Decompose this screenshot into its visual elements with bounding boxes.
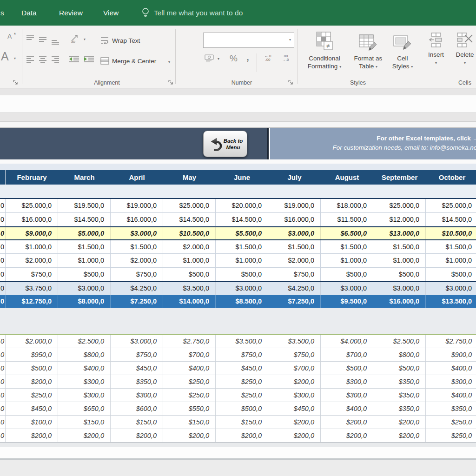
- cell-april[interactable]: $150,0: [111, 416, 163, 429]
- cell-january-partial[interactable]: 0: [0, 348, 6, 361]
- cell-may[interactable]: $1.000,0: [163, 254, 216, 267]
- cell-february[interactable]: $200,0: [6, 429, 58, 442]
- cell-march[interactable]: $200,0: [58, 429, 111, 442]
- cell-april[interactable]: $200,0: [111, 429, 163, 442]
- cell-may[interactable]: $2.750,0: [163, 335, 216, 348]
- cell-august[interactable]: $500,0: [321, 362, 373, 375]
- decrease-decimal-button[interactable]: .00→.0: [279, 54, 292, 62]
- cell-july[interactable]: $7.250,0: [268, 295, 321, 308]
- cell-march[interactable]: $300,0: [58, 375, 111, 388]
- month-header-february[interactable]: February: [6, 170, 58, 185]
- cell-october[interactable]: $300,0: [426, 375, 476, 388]
- font-color-caret-icon[interactable]: ▾: [14, 56, 16, 60]
- cell-january-partial[interactable]: 0: [0, 268, 6, 281]
- cell-may[interactable]: $10.500,0: [163, 227, 216, 239]
- cell-june[interactable]: $200,0: [216, 429, 268, 442]
- cell-june[interactable]: $250,0: [216, 389, 268, 402]
- cell-october[interactable]: $400,0: [426, 389, 476, 402]
- cell-august[interactable]: $500,0: [321, 268, 373, 281]
- cell-september[interactable]: $3.000,0: [373, 282, 426, 295]
- align-top-button[interactable]: [26, 34, 35, 42]
- cell-july[interactable]: $1.500,0: [268, 240, 321, 254]
- cell-january-partial[interactable]: 0: [0, 375, 6, 388]
- align-right-button[interactable]: [51, 54, 60, 63]
- tell-me-box[interactable]: Tell me what you want to do: [141, 0, 243, 26]
- cell-january-partial[interactable]: 0: [0, 282, 6, 295]
- cell-september[interactable]: $800,0: [373, 348, 426, 361]
- cell-may[interactable]: $150,0: [163, 416, 216, 429]
- cell-june[interactable]: $3.500,0: [216, 335, 268, 348]
- cell-july[interactable]: $16.000,0: [268, 213, 321, 226]
- back-to-menu-button[interactable]: Back to Menu: [203, 131, 247, 157]
- cell-march[interactable]: $2.500,0: [58, 335, 111, 348]
- accounting-format-button[interactable]: [205, 53, 215, 62]
- cell-march[interactable]: $3.000,0: [58, 282, 111, 295]
- tab-formulas-partial[interactable]: s: [0, 0, 4, 26]
- cell-august[interactable]: $1.000,0: [321, 254, 373, 267]
- cell-june[interactable]: $1.000,0: [216, 254, 268, 267]
- cell-april[interactable]: $3.000,0: [111, 335, 163, 348]
- cell-august[interactable]: $18.000,0: [321, 199, 373, 212]
- cell-october[interactable]: $14.500,0: [426, 213, 476, 226]
- cell-may[interactable]: $700,0: [163, 348, 216, 361]
- cell-january-partial[interactable]: 0: [0, 240, 6, 254]
- cell-april[interactable]: $1.500,0: [111, 240, 163, 254]
- number-format-caret-icon[interactable]: ▾: [289, 38, 291, 42]
- align-bottom-button[interactable]: [51, 37, 60, 45]
- cell-september[interactable]: $2.500,0: [373, 335, 426, 348]
- cell-june[interactable]: $750,0: [216, 348, 268, 361]
- cell-october[interactable]: $10.500,0: [426, 227, 476, 239]
- month-header-august[interactable]: August: [321, 170, 373, 185]
- percent-style-button[interactable]: %: [230, 53, 238, 64]
- cell-august[interactable]: $200,0: [321, 416, 373, 429]
- font-dialog-launcher-icon[interactable]: [13, 78, 19, 84]
- cell-october[interactable]: $1.000,0: [426, 254, 476, 267]
- cell-september[interactable]: $200,0: [373, 429, 426, 442]
- cell-march[interactable]: $300,0: [58, 389, 111, 402]
- alignment-dialog-launcher-icon[interactable]: [168, 78, 174, 84]
- cell-april[interactable]: $300,0: [111, 389, 163, 402]
- tab-review[interactable]: Review: [59, 0, 83, 26]
- cell-october[interactable]: $350,0: [426, 402, 476, 415]
- cell-february[interactable]: $950,0: [6, 348, 58, 361]
- orientation-button[interactable]: ab: [70, 33, 81, 44]
- cell-march[interactable]: $1.000,0: [58, 254, 111, 267]
- cell-july[interactable]: $200,0: [268, 416, 321, 429]
- cell-september[interactable]: $1.000,0: [373, 254, 426, 267]
- cell-january-partial[interactable]: 0: [0, 362, 6, 375]
- cell-august[interactable]: $4.000,0: [321, 335, 373, 348]
- cell-july[interactable]: $200,0: [268, 429, 321, 442]
- cell-october[interactable]: $400,0: [426, 362, 476, 375]
- align-middle-button[interactable]: [39, 35, 48, 43]
- cell-january-partial[interactable]: 0: [0, 254, 6, 267]
- cell-may[interactable]: $550,0: [163, 402, 216, 415]
- number-dialog-launcher-icon[interactable]: [288, 78, 294, 84]
- cell-july[interactable]: $200,0: [268, 375, 321, 388]
- cell-august[interactable]: $400,0: [321, 402, 373, 415]
- cell-january-partial[interactable]: 0: [0, 402, 6, 415]
- cell-june[interactable]: $500,0: [216, 268, 268, 281]
- cell-october[interactable]: $500,0: [426, 268, 476, 281]
- delete-cells-button[interactable]: Delete ▾: [452, 32, 476, 67]
- cell-march[interactable]: $8.000,0: [58, 295, 111, 308]
- wrap-text-label[interactable]: Wrap Text: [112, 37, 140, 44]
- cell-september[interactable]: $12.000,0: [373, 213, 426, 226]
- cell-april[interactable]: $4.250,0: [111, 282, 163, 295]
- cell-january-partial[interactable]: 0: [0, 295, 6, 308]
- cell-may[interactable]: $2.000,0: [163, 240, 216, 254]
- cell-july[interactable]: $750,0: [268, 348, 321, 361]
- cell-august[interactable]: $300,0: [321, 375, 373, 388]
- cell-july[interactable]: $4.250,0: [268, 282, 321, 295]
- cell-august[interactable]: $300,0: [321, 389, 373, 402]
- format-as-table-button[interactable]: Format as Table ▾: [350, 33, 387, 71]
- month-header-october[interactable]: October: [426, 170, 476, 185]
- month-header-june[interactable]: June: [216, 170, 268, 185]
- cell-september[interactable]: $200,0: [373, 416, 426, 429]
- cell-march[interactable]: $800,0: [58, 348, 111, 361]
- column-headings-strip[interactable]: [0, 113, 476, 122]
- cell-july[interactable]: $750,0: [268, 268, 321, 281]
- cell-april[interactable]: $3.000,0: [111, 227, 163, 239]
- cell-april[interactable]: $19.000,0: [111, 199, 163, 212]
- cell-september[interactable]: $350,0: [373, 402, 426, 415]
- cell-may[interactable]: $250,0: [163, 375, 216, 388]
